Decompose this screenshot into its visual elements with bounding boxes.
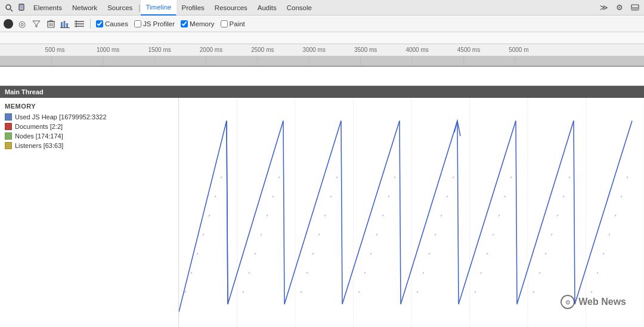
dock-icon[interactable]	[628, 1, 642, 14]
js-profiler-input[interactable]	[134, 20, 141, 27]
paint-checkbox[interactable]: Paint	[221, 20, 245, 27]
legend-title: MEMORY	[5, 103, 178, 110]
svg-rect-4	[21, 10, 23, 10]
svg-rect-3	[20, 5, 23, 9]
checkbox-group: Causes JS Profiler Memory Paint	[96, 20, 245, 27]
tick-1500: 1500 ms	[148, 47, 171, 53]
bar-chart-icon[interactable]	[60, 18, 70, 29]
main-thread-header: Main Thread	[0, 86, 644, 98]
svg-marker-8	[33, 21, 40, 27]
tick-2500: 2500 ms	[251, 47, 274, 53]
legend-item-docs: Documents [2:2]	[5, 123, 178, 130]
tab-network[interactable]: Network	[67, 0, 103, 16]
tab-audits[interactable]: Audits	[253, 0, 282, 16]
tab-profiles[interactable]: Profiles	[177, 0, 209, 16]
tick-3500: 3500 ms	[354, 47, 377, 53]
memory-input[interactable]	[181, 20, 188, 27]
tab-timeline[interactable]: Timeline	[141, 0, 177, 16]
controls-bar: ◎	[0, 16, 644, 32]
legend-label-listeners: Listeners [63:63]	[15, 142, 63, 149]
search-icon[interactable]	[2, 1, 16, 14]
legend-item-nodes: Nodes [174:174]	[5, 132, 178, 140]
legend-label-docs: Documents [2:2]	[15, 123, 63, 130]
legend-color-heap	[5, 113, 12, 121]
svg-rect-11	[49, 20, 52, 21]
overview-bar[interactable]	[0, 56, 644, 67]
watermark: ⊙ Web News	[561, 295, 626, 309]
legend-color-nodes	[5, 132, 12, 140]
causes-input[interactable]	[96, 20, 103, 27]
legend-label-nodes: Nodes [174:174]	[15, 132, 63, 140]
svg-rect-15	[61, 22, 63, 27]
settings-icon[interactable]: ⚙	[613, 1, 626, 14]
ruler-ticks[interactable]: 500 ms 1000 ms 1500 ms 2000 ms 2500 ms 3…	[0, 44, 644, 55]
paint-label: Paint	[230, 20, 245, 27]
paint-input[interactable]	[221, 20, 228, 27]
legend-panel: MEMORY Used JS Heap [16799952:3322 Docum…	[0, 98, 179, 327]
svg-rect-7	[631, 7, 639, 8]
main-content: Main Thread MEMORY Used JS Heap [1679995…	[0, 86, 644, 327]
legend-item-heap: Used JS Heap [16799952:3322	[5, 113, 178, 121]
clear-button[interactable]	[45, 18, 56, 29]
devtools-toolbar: Elements Network Sources | Timeline Prof…	[0, 0, 644, 16]
svg-rect-38	[0, 56, 644, 67]
tab-bar: Elements Network Sources | Timeline Prof…	[29, 0, 597, 16]
divider	[90, 19, 91, 29]
causes-checkbox[interactable]: Causes	[96, 20, 128, 27]
svg-rect-17	[66, 23, 68, 27]
tab-resources[interactable]: Resources	[210, 0, 253, 16]
expand-icon[interactable]: ≫	[597, 1, 611, 14]
tick-4000: 4000 ms	[405, 47, 428, 53]
chart-area: MEMORY Used JS Heap [16799952:3322 Docum…	[0, 98, 644, 327]
legend-color-listeners	[5, 142, 12, 149]
tab-console[interactable]: Console	[282, 0, 317, 16]
record-button[interactable]	[4, 19, 13, 29]
flame-chart-icon[interactable]	[74, 18, 85, 29]
memory-checkbox[interactable]: Memory	[181, 20, 215, 27]
toolbar-right: ≫ ⚙	[597, 1, 642, 14]
svg-rect-16	[64, 21, 66, 27]
svg-point-0	[6, 5, 11, 10]
tick-5000: 5000 m	[509, 47, 528, 53]
memory-label: Memory	[190, 20, 215, 27]
memory-chart-svg	[179, 98, 644, 327]
tab-elements[interactable]: Elements	[29, 0, 67, 16]
tick-2000: 2000 ms	[200, 47, 222, 53]
timeline-ruler-container: 30 f 60 f 500 ms 1000 ms 1500 ms 2	[0, 32, 644, 86]
watermark-icon: ⊙	[561, 295, 575, 309]
tick-3000: 3000 ms	[303, 47, 326, 53]
tab-sources[interactable]: Sources	[103, 0, 138, 16]
main-thread-label: Main Thread	[5, 88, 44, 95]
filter-button[interactable]	[31, 18, 42, 29]
legend-label-heap: Used JS Heap [16799952:3322	[15, 113, 107, 121]
svg-line-1	[11, 9, 13, 11]
chart-canvas-container[interactable]: ⊙ Web News	[179, 98, 644, 327]
tick-1000: 1000 ms	[97, 47, 119, 53]
legend-color-docs	[5, 123, 12, 130]
device-icon[interactable]	[16, 1, 29, 14]
tick-500: 500 ms	[45, 47, 65, 53]
watermark-text: Web News	[578, 297, 626, 307]
ruler-top[interactable]: 30 f 60 f 500 ms 1000 ms 1500 ms 2	[0, 32, 644, 56]
stop-button[interactable]: ◎	[17, 18, 27, 29]
js-profiler-checkbox[interactable]: JS Profiler	[134, 20, 175, 27]
tick-4500: 4500 ms	[457, 47, 480, 53]
causes-label: Causes	[105, 20, 128, 27]
js-profiler-label: JS Profiler	[143, 20, 175, 27]
legend-item-listeners: Listeners [63:63]	[5, 142, 178, 149]
